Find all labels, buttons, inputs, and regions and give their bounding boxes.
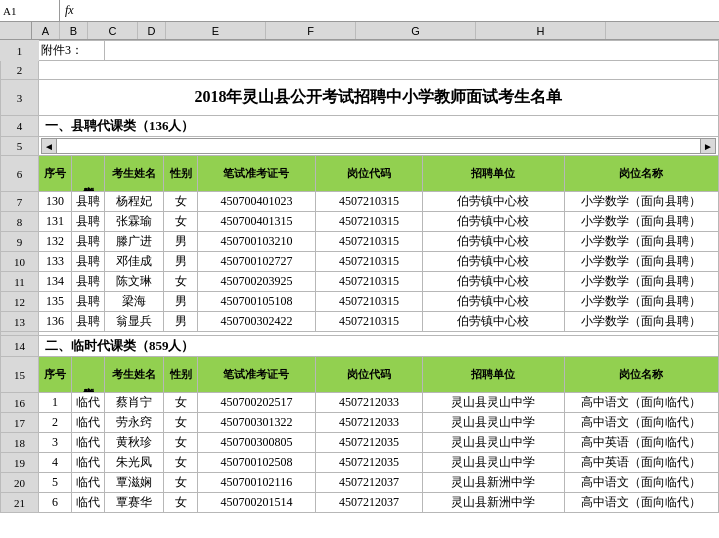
postcode-136: 4507210315 — [316, 312, 423, 332]
s2-gender-6: 女 — [164, 493, 197, 513]
type-134: 县聘 — [72, 272, 105, 292]
row-num-4: 4 — [1, 116, 39, 137]
s2-postname-1: 高中语文（面向临代） — [564, 393, 718, 413]
row-title: 3 2018年灵山县公开考试招聘中小学教师面试考生名单 — [1, 80, 719, 116]
section1-header-cell: 一、县聘代课类（136人） — [38, 116, 718, 137]
examno-134: 450700203925 — [197, 272, 315, 292]
s2-gender-2: 女 — [164, 413, 197, 433]
fx-label: fx — [60, 3, 79, 18]
row-scroll-indicator: 5 ◄ ► — [1, 137, 719, 156]
row-num-s2-1: 16 — [1, 393, 39, 413]
th2-seq: 序号 — [38, 357, 71, 393]
s2-name-2: 劳永窍 — [105, 413, 164, 433]
s2-seq-2: 2 — [38, 413, 71, 433]
th-seq-1: 序号 — [38, 156, 71, 192]
s2-unit-3: 灵山县灵山中学 — [422, 433, 564, 453]
s2-examno-5: 450700102116 — [197, 473, 315, 493]
row-num-s2-2: 17 — [1, 413, 39, 433]
table-row: 18 3 临代 黄秋珍 女 450700300805 4507212035 灵山… — [1, 433, 719, 453]
th-name-1: 考生姓名 — [105, 156, 164, 192]
th2-unit: 招聘单位 — [422, 357, 564, 393]
row-num-13: 13 — [1, 312, 39, 332]
row-num-1: 1 — [1, 41, 39, 61]
gender-131: 女 — [164, 212, 197, 232]
s2-type-5: 临代 — [72, 473, 105, 493]
table-row: 7 130 县聘 杨程妃 女 450700401023 4507210315 伯… — [1, 192, 719, 212]
s2-unit-1: 灵山县灵山中学 — [422, 393, 564, 413]
gender-130: 女 — [164, 192, 197, 212]
table-row: 21 6 临代 覃赛华 女 450700201514 4507212037 灵山… — [1, 493, 719, 513]
gender-135: 男 — [164, 292, 197, 312]
th2-examno: 笔试准考证号 — [197, 357, 315, 393]
scroll-left-btn[interactable]: ◄ — [41, 138, 57, 154]
s2-seq-3: 3 — [38, 433, 71, 453]
col-header-b[interactable]: B — [60, 22, 88, 39]
unit-130: 伯劳镇中心校 — [422, 192, 564, 212]
s2-seq-6: 6 — [38, 493, 71, 513]
col-header-h[interactable]: H — [476, 22, 606, 39]
col-header-d[interactable]: D — [138, 22, 166, 39]
row-num-th2: 15 — [1, 357, 39, 393]
row-num-10: 10 — [1, 252, 39, 272]
col-header-a[interactable]: A — [32, 22, 60, 39]
name-box[interactable]: A1 — [0, 0, 60, 21]
type-135: 县聘 — [72, 292, 105, 312]
s2-type-4: 临代 — [72, 453, 105, 473]
seq-136: 136 — [38, 312, 71, 332]
postcode-135: 4507210315 — [316, 292, 423, 312]
examno-132: 450700103210 — [197, 232, 315, 252]
row-num-11: 11 — [1, 272, 39, 292]
col-header-e[interactable]: E — [166, 22, 266, 39]
s2-name-6: 覃赛华 — [105, 493, 164, 513]
row-num-sec2: 14 — [1, 336, 39, 357]
table-row: 16 1 临代 蔡肖宁 女 450700202517 4507212033 灵山… — [1, 393, 719, 413]
s2-unit-2: 灵山县灵山中学 — [422, 413, 564, 433]
row-num-s2-3: 18 — [1, 433, 39, 453]
th2-postcode: 岗位代码 — [316, 357, 423, 393]
scroll-right-btn[interactable]: ► — [700, 138, 716, 154]
empty-attach — [105, 41, 719, 61]
row-num-8: 8 — [1, 212, 39, 232]
s2-type-6: 临代 — [72, 493, 105, 513]
examno-135: 450700105108 — [197, 292, 315, 312]
section2-header-cell: 二、临时代课类（859人） — [38, 336, 718, 357]
col-header-c[interactable]: C — [88, 22, 138, 39]
col-header-g[interactable]: G — [356, 22, 476, 39]
type-131: 县聘 — [72, 212, 105, 232]
seq-131: 131 — [38, 212, 71, 232]
unit-132: 伯劳镇中心校 — [422, 232, 564, 252]
s2-postcode-2: 4507212033 — [316, 413, 423, 433]
table-row: 11 134 县聘 陈文琳 女 450700203925 4507210315 … — [1, 272, 719, 292]
th-examno-1: 笔试准考证号 — [197, 156, 315, 192]
name-135: 梁海 — [105, 292, 164, 312]
s2-postcode-5: 4507212037 — [316, 473, 423, 493]
s2-name-5: 覃滋娴 — [105, 473, 164, 493]
type-130: 县聘 — [72, 192, 105, 212]
s2-type-3: 临代 — [72, 433, 105, 453]
postcode-130: 4507210315 — [316, 192, 423, 212]
col-header-f[interactable]: F — [266, 22, 356, 39]
name-133: 邓佳成 — [105, 252, 164, 272]
s2-gender-4: 女 — [164, 453, 197, 473]
examno-131: 450700401315 — [197, 212, 315, 232]
row-num-s2-4: 19 — [1, 453, 39, 473]
s2-postname-3: 高中英语（面向临代） — [564, 433, 718, 453]
s2-gender-5: 女 — [164, 473, 197, 493]
spreadsheet-container: A1 fx A B C D E F G H — [0, 0, 719, 513]
s2-seq-1: 1 — [38, 393, 71, 413]
postname-134: 小学数学（面向县聘） — [564, 272, 718, 292]
s2-postcode-1: 4507212033 — [316, 393, 423, 413]
s2-name-1: 蔡肖宁 — [105, 393, 164, 413]
unit-134: 伯劳镇中心校 — [422, 272, 564, 292]
s2-examno-6: 450700201514 — [197, 493, 315, 513]
th-postcode-1: 岗位代码 — [316, 156, 423, 192]
s2-postname-2: 高中语文（面向临代） — [564, 413, 718, 433]
s2-postname-5: 高中语文（面向临代） — [564, 473, 718, 493]
postcode-132: 4507210315 — [316, 232, 423, 252]
gender-136: 男 — [164, 312, 197, 332]
th2-gender: 性别 — [164, 357, 197, 393]
empty-row-2 — [38, 61, 718, 80]
s2-gender-1: 女 — [164, 393, 197, 413]
s2-unit-4: 灵山县灵山中学 — [422, 453, 564, 473]
s2-examno-2: 450700301322 — [197, 413, 315, 433]
